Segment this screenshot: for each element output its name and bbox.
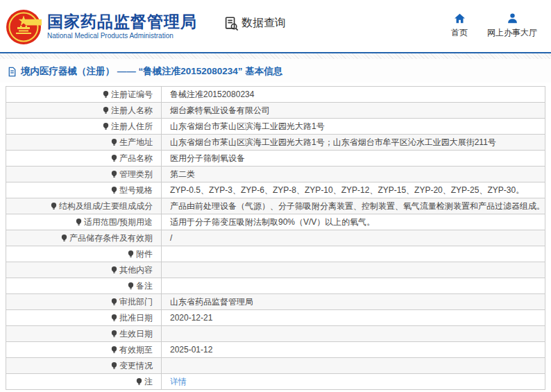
national-emblem-logo [6,9,42,45]
table-row: 审批部门 山东省药品监督管理局 [6,294,545,310]
note-icon [110,266,118,274]
field-label-text: 注 [144,377,153,386]
table-row: 批准日期 2020-12-21 [6,310,545,326]
field-value: / [162,230,545,246]
field-value: 2020-12-21 [162,310,545,326]
note-icon [127,250,135,258]
field-label: 审批部门 [6,294,162,310]
table-row: 附件 [6,246,545,262]
nav-service-hall[interactable]: 网上办事大厅 [487,12,537,39]
home-icon [454,12,466,24]
field-label-text: 适用范围/预期用途 [84,217,153,227]
field-value: 第二类 [162,167,545,182]
field-label-text: 附件 [136,249,153,259]
note-icon [110,314,118,322]
table-row: 其他内容 [6,262,545,278]
note-icon [102,122,110,130]
registration-info-table: 注册证编号 鲁械注准20152080234 注册人名称 烟台豪特氧业设备有限公司… [6,86,545,390]
table-row: 注册人住所 山东省烟台市莱山区滨海工业园光大路1号 [6,119,545,135]
field-label-text: 产品储存条件及有效期 [69,233,153,243]
field-value: 2025-01-12 [162,342,545,358]
field-label-text: 变更情况 [119,361,153,370]
note-icon [50,202,58,210]
field-label: 变更情况 [6,358,162,374]
table-row: 注册证编号 鲁械注准20152080234 [6,87,545,103]
table-row: 适用范围/预期用途 适用于分子筛变压吸附法制取90%（V/V）以上的氧气。 [6,214,545,230]
table-row: 管理类别 第二类 [6,167,545,182]
field-label: 其他内容 [6,262,162,278]
data-query-icon [223,16,239,31]
field-label: 产品储存条件及有效期 [6,230,162,246]
field-label: 注册证编号 [6,87,162,103]
field-label-text: 有效期至 [119,345,153,355]
table-row: 注册人名称 烟台豪特氧业设备有限公司 [6,103,545,119]
nav-home[interactable]: 首页 [451,12,468,39]
note-icon [110,186,118,194]
user-icon [507,12,518,24]
nav-home-label: 首页 [451,27,468,39]
field-value: 产品由前处理设备（气源）、分子筛吸附分离装置、控制装置、氧气流量检测装置和产品过… [162,198,545,214]
field-label-text: 注册人住所 [111,121,153,131]
table-row: 有效期至 2025-01-12 [6,342,545,358]
field-label: 产品名称 [6,151,162,167]
note-icon [127,282,135,290]
note-icon [102,106,110,114]
field-value: 山东省烟台市莱山区滨海工业园光大路1号 [162,119,545,135]
field-value [162,278,545,294]
header-nav: 首页 网上办事大厅 [451,12,537,39]
field-value: 山东省药品监督管理局 [162,294,545,310]
breadcrumb: 境内医疗器械（注册） —— “鲁械注准20152080234” 基本信息 [0,59,551,83]
table-row: 产品名称 医用分子筛制氧设备 [6,151,545,167]
note-icon [135,377,143,386]
field-label: 注 [6,374,162,390]
note-icon [60,234,68,242]
field-value [162,358,545,374]
field-label-text: 审批部门 [119,297,153,307]
header-shadow-strip [0,53,551,59]
note-icon [110,346,118,354]
site-header: 国家药品监督管理局 National Medical Products Admi… [0,0,551,53]
table-row: 产品储存条件及有效期 / [6,230,545,246]
field-label: 注册人住所 [6,119,162,135]
field-label-text: 注册人名称 [111,105,153,115]
page-title: 境内医疗器械（注册） —— “鲁械注准20152080234” 基本信息 [21,65,282,78]
field-label-text: 生效日期 [119,329,153,339]
note-icon [110,154,118,162]
table-row: 结构及组成/主要组成成分 产品由前处理设备（气源）、分子筛吸附分离装置、控制装置… [6,198,545,214]
field-label: 附件 [6,246,162,262]
note-icon [110,361,118,370]
table-row: 生产地址 山东省烟台市莱山区滨海工业园光大路1号；山东省烟台市牟平区沁水工业园大… [6,135,545,151]
note-icon [75,218,83,226]
table-row: 生效日期 [6,326,545,342]
field-value: 烟台豪特氧业设备有限公司 [162,103,545,119]
table-row: 型号规格 ZYP-0.5、ZYP-3、ZYP-6、ZYP-8、ZYP-10、ZY… [6,182,545,198]
brand-subtitle: National Medical Products Administration [47,32,197,40]
field-label: 适用范围/预期用途 [6,214,162,230]
field-value [162,246,545,262]
table-row: 备注 [6,278,545,294]
field-label-text: 生产地址 [119,137,153,147]
field-label-text: 注册证编号 [111,90,153,99]
table-row: 注 详情 [6,374,545,390]
field-value: 山东省烟台市莱山区滨海工业园光大路1号；山东省烟台市牟平区沁水工业园大展街211… [162,135,545,151]
data-query-nav[interactable]: 数据查询 [223,16,286,31]
note-icon [110,170,118,178]
field-label: 备注 [6,278,162,294]
detail-link[interactable]: 详情 [170,377,187,386]
document-icon [7,67,17,77]
field-label-text: 型号规格 [119,185,153,195]
field-label: 注册人名称 [6,103,162,119]
field-label: 型号规格 [6,182,162,198]
field-label-text: 其他内容 [119,265,153,275]
field-value: 详情 [162,374,545,390]
field-label: 管理类别 [6,167,162,182]
field-value [162,326,545,342]
field-value: 医用分子筛制氧设备 [162,151,545,167]
note-icon [110,298,118,306]
field-value: 鲁械注准20152080234 [162,87,545,103]
field-label-text: 结构及组成/主要组成成分 [59,201,153,211]
field-label-text: 备注 [136,281,153,291]
field-label: 批准日期 [6,310,162,326]
field-label-text: 管理类别 [119,169,153,179]
field-label-text: 产品名称 [119,153,153,163]
